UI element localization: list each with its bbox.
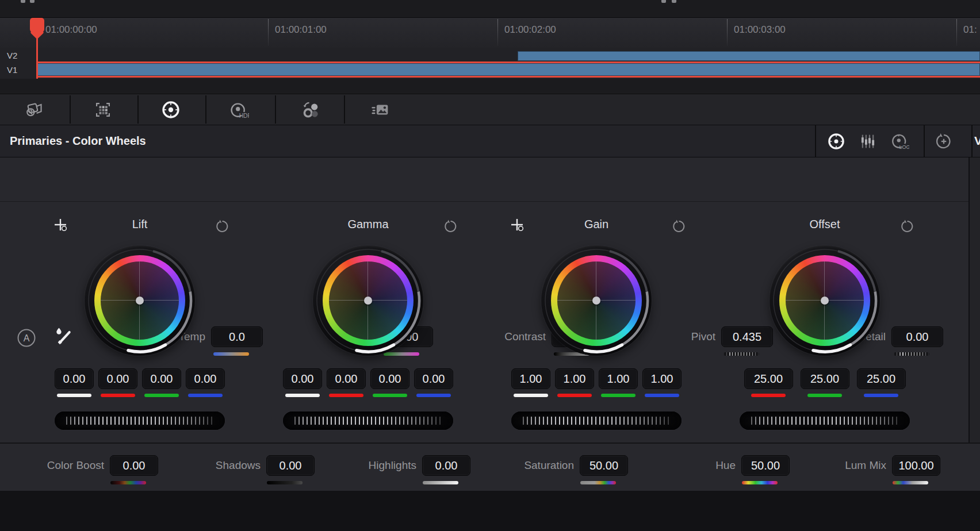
- lift-values-row: 0.00 0.00 0.00 0.00: [53, 368, 226, 397]
- toolbar-separator: [137, 95, 139, 124]
- lift-wheel-group: Lift 0.00 0.00 0.00 0: [53, 201, 226, 431]
- master-wheel-shade: [511, 411, 682, 430]
- gamma-r-field[interactable]: 0.00: [327, 368, 366, 389]
- timeline-tracks: V2 V1: [0, 48, 980, 79]
- track-label-v2[interactable]: V2: [7, 51, 17, 60]
- hue-label: Hue: [598, 459, 741, 472]
- y-strip: [514, 394, 548, 397]
- lift-color-wheel[interactable]: [85, 245, 195, 356]
- gain-y-field[interactable]: 1.00: [511, 368, 550, 389]
- svg-text:A: A: [24, 333, 30, 343]
- gamma-color-wheel[interactable]: [313, 245, 423, 356]
- header-separator: [971, 125, 973, 157]
- gamma-master-wheel[interactable]: [283, 411, 453, 430]
- master-wheel-shade: [55, 411, 225, 430]
- g-strip: [373, 394, 407, 397]
- playhead-marker: [30, 18, 44, 32]
- camera-raw-icon[interactable]: [22, 97, 47, 122]
- gain-master-wheel[interactable]: [511, 411, 682, 430]
- track-label-v1[interactable]: V1: [7, 65, 17, 75]
- offset-wheel-group: Offset 25.00 25.00 25.00: [738, 201, 911, 431]
- lift-b-field[interactable]: 0.00: [186, 368, 225, 389]
- wheel-disc[interactable]: [786, 261, 864, 340]
- lift-master-wheel[interactable]: [55, 411, 225, 430]
- gain-color-wheel[interactable]: [541, 245, 652, 356]
- timecode-label: 01:00:01:00: [275, 24, 327, 36]
- gain-label: Gain: [510, 218, 683, 231]
- offset-values-row: 25.00 25.00 25.00: [738, 368, 911, 397]
- page-footer: DaVinci Resolve Studio 19 Media: [0, 491, 980, 531]
- gain-r-field[interactable]: 1.00: [555, 368, 594, 389]
- b-strip: [188, 394, 223, 397]
- auto-balance-icon[interactable]: A: [16, 328, 37, 351]
- gain-reset-icon[interactable]: [671, 219, 686, 236]
- offset-g-field[interactable]: 25.00: [801, 368, 849, 389]
- gamma-b-field[interactable]: 0.00: [414, 368, 453, 389]
- color-slice-icon[interactable]: [298, 97, 323, 122]
- wheel-disc[interactable]: [329, 261, 407, 340]
- highlights-label: Highlights: [278, 459, 422, 472]
- toolbar-separator: [205, 95, 206, 124]
- offset-b-field[interactable]: 25.00: [857, 368, 906, 389]
- hue-slider-strip[interactable]: [742, 481, 778, 484]
- timecode-label: 01:00:03:00: [734, 24, 786, 36]
- gain-g-field[interactable]: 1.00: [599, 368, 638, 389]
- wheel-center-dot[interactable]: [136, 297, 144, 305]
- reset-palette-icon[interactable]: [932, 130, 955, 153]
- g-strip: [807, 394, 842, 397]
- lift-g-field[interactable]: 0.00: [142, 368, 181, 389]
- wheel-disc[interactable]: [101, 261, 179, 340]
- timeline-ruler[interactable]: 01:00:00:00 01:00:01:00 01:00:02:00 01:0…: [0, 17, 980, 48]
- r-strip: [329, 394, 363, 397]
- gain-b-field[interactable]: 1.00: [642, 368, 682, 389]
- lift-r-field[interactable]: 0.00: [98, 368, 137, 389]
- timecode-label: 01:00:00:00: [45, 24, 97, 36]
- lift-y-field[interactable]: 0.00: [55, 368, 94, 389]
- saturation-label: Saturation: [436, 459, 580, 472]
- cutoff-glyph: [661, 0, 666, 3]
- lift-reset-icon[interactable]: [215, 219, 229, 236]
- color-boost-slider-strip[interactable]: [110, 481, 146, 484]
- offset-master-wheel[interactable]: [740, 411, 910, 430]
- video-clip-v2[interactable]: [518, 51, 980, 61]
- primary-adjustments-row: A Temp 0.0 Tint 0.00 Contrast 1.000 Pi: [0, 157, 980, 202]
- gamma-g-field[interactable]: 0.00: [370, 368, 409, 389]
- wheel-center-dot[interactable]: [364, 297, 372, 305]
- video-clip-v1-selected[interactable]: [37, 61, 980, 78]
- hdr-icon[interactable]: HDR: [226, 97, 251, 122]
- playhead[interactable]: [30, 18, 45, 79]
- right-panel-edge: [970, 157, 980, 491]
- right-panel-border: [968, 157, 970, 491]
- shadows-slider-strip[interactable]: [267, 481, 303, 484]
- r-strip: [751, 394, 786, 397]
- secondary-adjustments-row: Color Boost 0.00 Shadows 0.00 Highlights…: [0, 442, 980, 491]
- bars-view-icon[interactable]: [856, 130, 879, 153]
- offset-r-field[interactable]: 25.00: [744, 368, 793, 389]
- color-match-icon[interactable]: [90, 97, 116, 122]
- saturation-slider-strip[interactable]: [580, 481, 616, 484]
- highlights-slider-strip[interactable]: [423, 481, 458, 484]
- lum-mix-control: Lum Mix 100.00: [748, 455, 940, 476]
- wheel-center-dot[interactable]: [592, 297, 600, 305]
- gamma-y-field[interactable]: 0.00: [283, 368, 322, 389]
- y-strip: [57, 394, 91, 397]
- wheel-center-dot[interactable]: [821, 297, 829, 305]
- r-strip: [101, 394, 135, 397]
- palette-header: Primaries - Color Wheels: [0, 125, 980, 157]
- lum-mix-value-field[interactable]: 100.00: [892, 455, 940, 476]
- motion-effects-icon[interactable]: [368, 97, 393, 122]
- wheel-disc[interactable]: [557, 261, 636, 340]
- top-strip: [0, 0, 980, 17]
- offset-color-wheel[interactable]: [770, 245, 880, 356]
- offset-reset-icon[interactable]: [899, 219, 914, 236]
- header-separator: [924, 125, 925, 157]
- cutoff-glyph: [30, 0, 35, 3]
- gamma-reset-icon[interactable]: [443, 219, 458, 236]
- palette-title: Primaries - Color Wheels: [10, 134, 146, 148]
- log-view-icon[interactable]: LOG: [888, 130, 911, 153]
- color-wheels-icon-active[interactable]: [158, 97, 183, 122]
- wheels-view-icon-active[interactable]: [825, 130, 848, 153]
- offset-label: Offset: [738, 218, 911, 231]
- lum-mix-slider-strip[interactable]: [893, 481, 928, 484]
- toolbar-separator: [344, 95, 345, 124]
